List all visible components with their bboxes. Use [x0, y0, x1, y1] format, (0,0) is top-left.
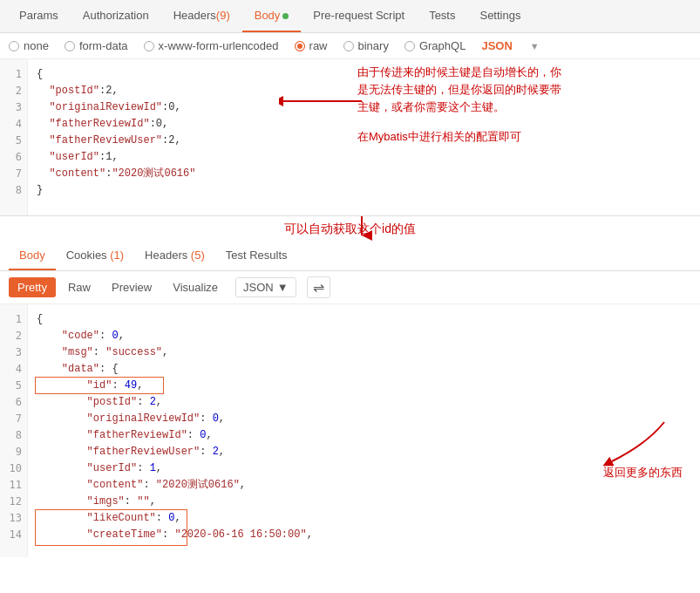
radio-circle-none	[9, 41, 19, 51]
wrap-text-icon[interactable]: ⇌	[307, 276, 330, 298]
response-code-wrapper: { "code": 0, "msg": "success", "data": {…	[28, 304, 700, 557]
view-visualize[interactable]: Visualize	[164, 277, 227, 297]
format-json-label[interactable]: JSON	[481, 39, 512, 52]
tab-tests[interactable]: Tests	[417, 0, 467, 32]
response-section: Body Cookies (1) Headers (5) Test Result…	[0, 242, 700, 557]
arrow3-svg	[336, 216, 388, 241]
top-tab-bar: Params Authorization Headers(9) Body Pre…	[0, 0, 700, 33]
tab-test-results[interactable]: Test Results	[215, 242, 298, 270]
view-selector-row: Pretty Raw Preview Visualize JSON ▼ ⇌	[0, 271, 700, 304]
radio-graphql[interactable]: GraphQL	[404, 39, 466, 52]
view-pretty[interactable]: Pretty	[9, 277, 56, 297]
arrow-response-svg	[603, 418, 673, 470]
tab-settings[interactable]: Settings	[467, 0, 533, 32]
dropdown-arrow-icon: ▼	[277, 281, 289, 294]
tab-prerequest[interactable]: Pre-request Script	[301, 0, 417, 32]
response-code-content[interactable]: { "code": 0, "msg": "success", "data": {…	[28, 304, 403, 550]
body-type-selector: none form-data x-www-form-urlencoded raw…	[0, 33, 700, 59]
radio-circle-form-data	[65, 41, 75, 51]
radio-binary[interactable]: binary	[343, 39, 389, 52]
tab-headers[interactable]: Headers(9)	[161, 0, 242, 32]
response-format-dropdown[interactable]: JSON ▼	[235, 277, 296, 297]
radio-form-data[interactable]: form-data	[65, 39, 128, 52]
tab-response-body[interactable]: Body	[9, 242, 56, 270]
request-code-content[interactable]: { "postId":2, "originalReviewId":0, "fat…	[28, 59, 700, 215]
radio-raw[interactable]: raw	[295, 39, 328, 52]
radio-circle-binary	[343, 41, 354, 51]
radio-circle-raw	[295, 41, 305, 51]
view-raw[interactable]: Raw	[59, 277, 99, 297]
active-dot	[282, 13, 289, 19]
radio-none[interactable]: none	[9, 39, 49, 52]
tab-authorization[interactable]: Authorization	[71, 0, 161, 32]
response-annotation-container: 返回更多的东西	[603, 418, 683, 481]
tab-params[interactable]: Params	[7, 0, 71, 32]
response-annotation-text: 返回更多的东西	[603, 465, 683, 481]
tab-body[interactable]: Body	[242, 0, 302, 32]
request-body-panel: 12345678 { "postId":2, "originalReviewId…	[0, 59, 700, 216]
response-body-panel: 123456 789101112 1314 { "code": 0, "msg"…	[0, 304, 700, 557]
response-line-numbers: 123456 789101112 1314	[0, 304, 28, 557]
bottom-tab-bar: Body Cookies (1) Headers (5) Test Result…	[0, 242, 700, 271]
tab-cookies[interactable]: Cookies (1)	[56, 242, 134, 270]
radio-circle-graphql	[404, 41, 415, 51]
radio-urlencoded[interactable]: x-www-form-urlencoded	[144, 39, 279, 52]
radio-circle-urlencoded	[144, 41, 154, 51]
tab-response-headers[interactable]: Headers (5)	[134, 242, 215, 270]
format-dropdown-arrow[interactable]: ▼	[530, 41, 540, 51]
view-preview[interactable]: Preview	[103, 277, 160, 297]
request-line-numbers: 12345678	[0, 59, 28, 215]
